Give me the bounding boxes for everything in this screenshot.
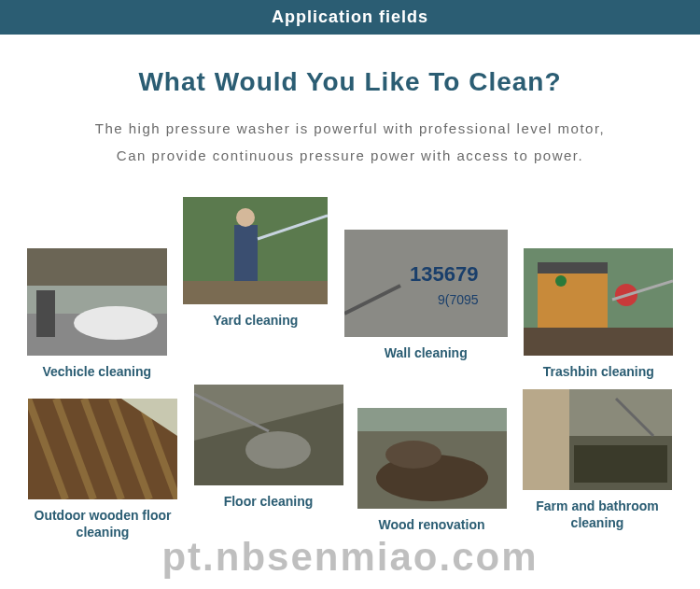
wood-reno-thumb	[357, 408, 507, 509]
svg-rect-7	[234, 225, 258, 281]
app-wood-floor: Outdoor wooden floor cleaning	[26, 399, 180, 540]
wood-reno-label: Wood renovation	[378, 516, 484, 533]
row-1: Vechicle cleaning Yard cleaning 1356799(…	[19, 197, 681, 380]
svg-rect-35	[357, 408, 507, 431]
vehicle-thumb	[27, 248, 167, 356]
row-2: Outdoor wooden floor cleaning Floor clea…	[19, 399, 681, 540]
trashbin-thumb	[524, 248, 673, 356]
description: The high pressure washer is powerful wit…	[37, 116, 663, 169]
wall-label: Wall cleaning	[385, 344, 468, 361]
applications-grid: Vechicle cleaning Yard cleaning 1356799(…	[0, 197, 700, 551]
desc-line-2: Can provide continuous pressure power wi…	[117, 147, 583, 163]
svg-point-2	[74, 306, 158, 340]
svg-rect-6	[183, 281, 328, 304]
app-vehicle: Vechicle cleaning	[27, 197, 167, 380]
app-yard: Yard cleaning	[183, 197, 328, 329]
svg-point-18	[555, 275, 567, 287]
svg-point-8	[236, 208, 255, 227]
floor-thumb	[194, 385, 343, 485]
app-floor: Floor cleaning	[194, 399, 343, 510]
app-wall: 1356799(7095 Wall cleaning	[344, 197, 508, 361]
svg-point-31	[245, 431, 311, 469]
svg-rect-37	[523, 389, 569, 490]
wood-floor-label: Outdoor wooden floor cleaning	[26, 507, 180, 540]
svg-rect-39	[574, 445, 667, 483]
vehicle-label: Vechicle cleaning	[42, 363, 151, 380]
yard-label: Yard cleaning	[213, 312, 298, 329]
banner-title: Application fields	[0, 0, 700, 35]
svg-point-34	[385, 441, 441, 469]
desc-line-1: The high pressure washer is powerful wit…	[95, 120, 606, 136]
farm-bath-label: Farm and bathroom cleaning	[521, 498, 675, 531]
svg-rect-17	[538, 262, 608, 273]
svg-rect-3	[36, 290, 55, 337]
svg-rect-4	[27, 248, 167, 286]
app-trashbin: Trashbin cleaning	[524, 197, 673, 380]
svg-text:9(7095: 9(7095	[438, 292, 479, 307]
svg-text:135679: 135679	[410, 262, 478, 286]
yard-thumb	[183, 197, 328, 304]
floor-label: Floor cleaning	[224, 493, 314, 510]
wall-thumb: 1356799(7095	[344, 230, 508, 337]
app-farm-bathroom: Farm and bathroom cleaning	[521, 399, 675, 531]
trashbin-label: Trashbin cleaning	[543, 363, 654, 380]
farm-bath-thumb	[523, 389, 672, 490]
svg-rect-15	[524, 328, 673, 356]
app-wood-renovation: Wood renovation	[357, 399, 507, 533]
wood-floor-thumb	[28, 399, 177, 499]
page-title: What Would You Like To Clean?	[0, 67, 700, 97]
